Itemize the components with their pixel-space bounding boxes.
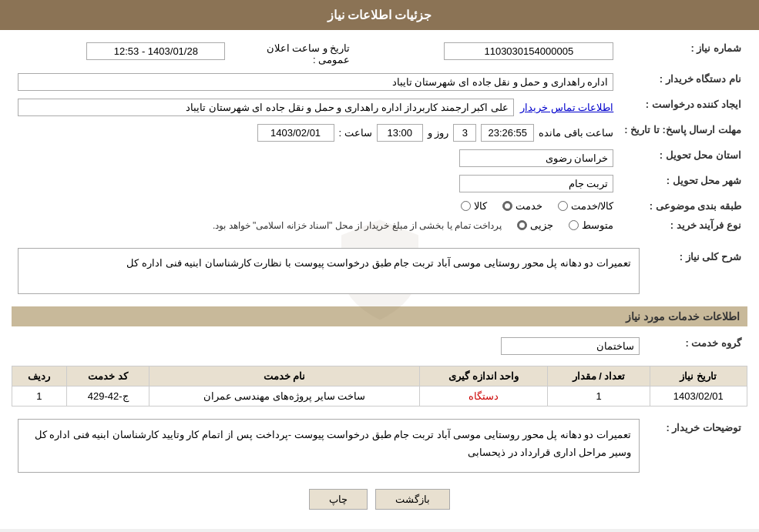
row-date: 1403/02/01 [650,386,747,407]
description-value: تعمیرات دو دهانه پل محور روستایی موسی آب… [18,248,640,294]
category-kala-label: کالا [474,200,487,212]
province-label: استان محل تحویل : [660,149,741,161]
announce-value: 1403/01/28 - 12:53 [86,42,225,60]
send-deadline-day-label: روز و [428,127,449,139]
service-group-label: گروه خدمت : [685,337,741,349]
buyer-org-label: نام دستگاه خریدار : [660,73,741,85]
process-jazee-option: جزیی [517,219,553,231]
send-deadline-date: 1403/02/01 [257,124,334,142]
province-value: خراسان رضوی [459,149,613,167]
buyer-desc-label: توضیحات خریدار : [666,422,741,433]
service-group-value: ساختمان [501,337,640,355]
announce-label: تاریخ و ساعت اعلان عمومی : [267,42,351,65]
description-label: شرح کلی نیاز : [680,251,741,263]
page-header: جزئیات اطلاعات نیاز [0,0,759,30]
process-motosat-radio[interactable] [569,220,579,230]
process-jazee-label: جزیی [530,219,553,231]
table-row: 1403/02/011دستگاهساخت سایر پروژه‌های مهن… [12,386,747,407]
need-number-value: 1103030154000005 [444,42,613,60]
services-table: تاریخ نیاز تعداد / مقدار واحد اندازه گیر… [12,366,747,407]
main-info-table: شماره نیاز : 1103030154000005 تاریخ و سا… [12,38,747,236]
send-deadline-remaining: 23:26:55 [481,124,534,142]
col-service-code: کد خدمت [66,366,149,386]
city-value: تربت جام [459,175,613,192]
col-row-num: ردیف [12,366,67,386]
back-button[interactable]: بازگشت [375,489,450,510]
send-deadline-label: مهلت ارسال پاسخ: تا تاریخ : [624,124,741,136]
category-kala-khadamat-label: کالا/خدمت [571,200,614,212]
send-deadline-time-label: ساعت : [339,127,372,139]
col-unit: واحد اندازه گیری [419,366,548,386]
category-kala-option: کالا [461,200,487,212]
col-service-name: نام خدمت [149,366,419,386]
category-kala-khadamat-radio[interactable] [558,201,568,211]
buyer-desc-value: تعمیرات دو دهانه پل محور روستایی موسی آب… [18,419,640,473]
category-khadamat-label: خدمت [516,200,542,212]
category-khadamat-radio[interactable] [502,201,512,211]
process-note: پرداخت تمام یا بخشی از مبلغ خریدار از مح… [213,220,502,231]
send-deadline-time: 13:00 [377,124,423,142]
buyer-org-value: اداره راهداری و حمل و نقل جاده ای شهرستا… [18,73,613,91]
row-service-name: ساخت سایر پروژه‌های مهندسی عمران [149,386,419,407]
contact-link[interactable]: اطلاعات تماس خریدار [520,102,613,113]
col-count: تعداد / مقدار [548,366,650,386]
category-kala-radio[interactable] [461,201,471,211]
row-unit: دستگاه [419,386,548,407]
process-label: نوع فرآیند خرید : [670,219,741,231]
print-button[interactable]: چاپ [309,489,368,510]
process-jazee-radio[interactable] [517,220,527,230]
creator-label: ایجاد کننده درخواست : [646,99,741,110]
row-num: 1 [12,386,67,407]
col-date: تاریخ نیاز [650,366,747,386]
page-title: جزئیات اطلاعات نیاز [327,8,432,22]
process-motosat-label: متوسط [582,219,613,231]
send-deadline-remaining-label: ساعت باقی مانده [539,127,613,139]
city-label: شهر محل تحویل : [667,175,741,186]
category-label: طبقه بندی موضوعی : [650,200,741,212]
need-number-label: شماره نیاز : [690,42,741,54]
send-deadline-days: 3 [453,124,476,142]
category-khadamat-option: خدمت [502,200,542,212]
row-service-code: ج-42-429 [66,386,149,407]
buttons-row: بازگشت چاپ [12,489,747,510]
category-kala-khadamat-option: کالا/خدمت [558,200,614,212]
process-motosat-option: متوسط [569,219,613,231]
row-count: 1 [548,386,650,407]
services-section-title: اطلاعات خدمات مورد نیاز [12,306,747,326]
creator-value: علی اکبر ارجمند کاربرداز اداره راهداری و… [18,99,514,116]
